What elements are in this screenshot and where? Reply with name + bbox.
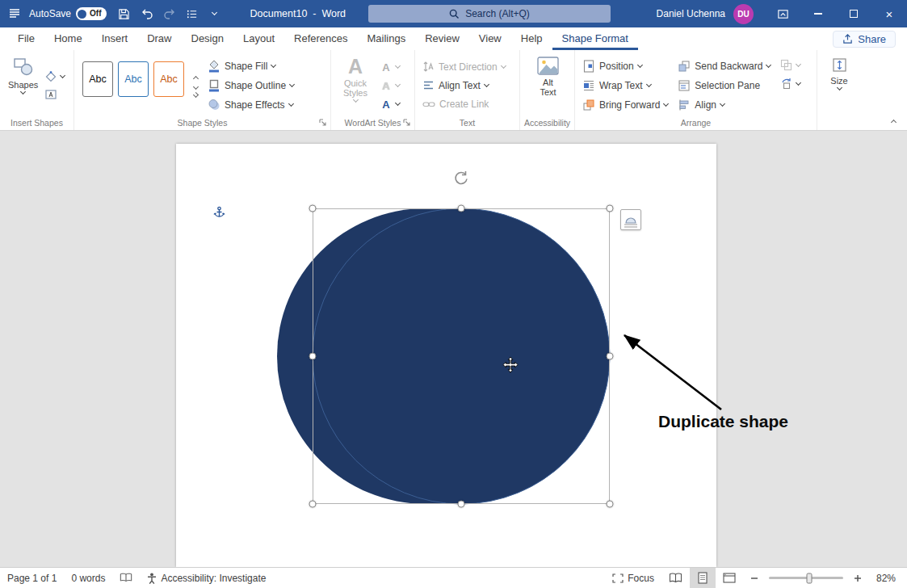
word-count[interactable]: 0 words xyxy=(64,568,112,588)
zoom-in-button[interactable] xyxy=(846,568,869,588)
position-button[interactable]: Position xyxy=(580,58,645,74)
shape-style-thumbnail-2[interactable]: Abc xyxy=(118,61,149,97)
save-button[interactable] xyxy=(113,2,136,26)
group-objects-button[interactable] xyxy=(778,57,803,73)
align-label: Align xyxy=(695,99,716,111)
read-mode-button[interactable] xyxy=(661,568,690,588)
redo-button[interactable] xyxy=(158,2,181,26)
wrap-text-button[interactable]: Wrap Text xyxy=(580,78,653,94)
quick-styles-button[interactable]: A Quick Styles xyxy=(336,55,375,116)
layout-options-button[interactable] xyxy=(620,209,641,230)
text-fill-button[interactable]: A xyxy=(378,60,402,75)
touch-mouse-mode-icon[interactable] xyxy=(181,2,204,26)
tab-design[interactable]: Design xyxy=(182,27,233,50)
edit-shape-button[interactable] xyxy=(43,69,67,84)
chevron-down-icon xyxy=(796,61,801,66)
print-layout-button[interactable] xyxy=(690,568,716,588)
shapes-button[interactable]: Shapes xyxy=(5,55,41,116)
search-box[interactable]: Search (Alt+Q) xyxy=(368,5,611,23)
size-button[interactable]: Size xyxy=(827,55,850,116)
web-layout-button[interactable] xyxy=(716,568,743,588)
annotation-label: Duplicate shape xyxy=(658,412,788,431)
send-backward-icon xyxy=(678,60,691,73)
shape-style-thumbnail-3[interactable]: Abc xyxy=(153,61,184,97)
tab-draw[interactable]: Draw xyxy=(137,27,181,50)
alt-text-label: Alt Text xyxy=(536,78,561,97)
tab-mailings[interactable]: Mailings xyxy=(358,27,416,50)
alt-text-button[interactable]: Alt Text xyxy=(531,55,566,116)
create-link-button[interactable]: Create Link xyxy=(420,96,491,112)
zoom-level[interactable]: 82% xyxy=(869,568,907,588)
text-outline-button[interactable]: A xyxy=(378,78,402,94)
bring-forward-button[interactable]: Bring Forward xyxy=(580,97,670,113)
selection-handle-top-center[interactable] xyxy=(458,205,465,212)
gallery-more-icon[interactable] xyxy=(192,92,198,98)
tab-home[interactable]: Home xyxy=(44,27,92,50)
text-direction-button[interactable]: Text Direction xyxy=(420,59,508,74)
tab-file[interactable]: File xyxy=(8,27,44,50)
tab-references[interactable]: References xyxy=(284,27,357,50)
text-box-button[interactable] xyxy=(43,87,67,102)
chevron-down-icon xyxy=(720,101,725,107)
shape-outline-label: Shape Outline xyxy=(225,80,286,91)
shape-style-thumbnail-1[interactable]: Abc xyxy=(82,61,113,97)
avatar[interactable]: DU xyxy=(733,4,754,24)
zoom-slider[interactable] xyxy=(769,577,843,579)
tab-insert[interactable]: Insert xyxy=(92,27,138,50)
selection-handle-top-right[interactable] xyxy=(607,205,614,212)
page-indicator[interactable]: Page 1 of 1 xyxy=(0,568,64,588)
maximize-button[interactable] xyxy=(836,0,871,27)
word-app-icon[interactable] xyxy=(3,2,26,26)
align-text-button[interactable]: Align Text xyxy=(420,78,491,93)
zoom-slider-thumb[interactable] xyxy=(806,573,812,583)
account-name[interactable]: Daniel Uchenna xyxy=(657,8,725,19)
chevron-down-icon xyxy=(289,82,295,87)
tab-view[interactable]: View xyxy=(469,27,511,50)
align-button[interactable]: Align xyxy=(675,97,727,113)
ribbon-display-options-icon[interactable] xyxy=(765,0,800,27)
minimize-button[interactable] xyxy=(800,0,836,27)
text-effects-button[interactable]: A xyxy=(378,97,402,112)
group-label-arrange: Arrange xyxy=(575,118,817,128)
autosave-toggle[interactable]: AutoSave Off xyxy=(29,7,107,20)
gallery-up-icon[interactable] xyxy=(192,76,198,82)
selection-handle-middle-left[interactable] xyxy=(309,353,317,360)
group-shape-styles: Abc Abc Abc Shape Fill xyxy=(74,50,331,130)
zoom-out-button[interactable] xyxy=(743,568,766,588)
selection-handle-bottom-right[interactable] xyxy=(607,501,614,508)
collapse-ribbon-button[interactable] xyxy=(886,116,901,127)
layout-options-icon xyxy=(623,212,639,228)
group-objects-icon xyxy=(780,59,792,71)
accessibility-status-button[interactable]: Accessibility: Investigate xyxy=(140,568,273,588)
tab-shape-format[interactable]: Shape Format xyxy=(552,27,638,50)
rotate-handle-icon xyxy=(452,170,470,187)
zoom-out-icon xyxy=(750,574,758,582)
group-size: Size xyxy=(817,50,859,130)
proofing-status-button[interactable] xyxy=(112,568,140,588)
share-button[interactable]: Share xyxy=(833,31,896,48)
shape-outline-button[interactable]: Shape Outline xyxy=(205,78,296,94)
gallery-down-icon[interactable] xyxy=(192,84,198,90)
group-insert-shapes: Shapes Insert Shapes xyxy=(0,50,74,130)
selection-handle-bottom-left[interactable] xyxy=(309,501,317,508)
customize-quick-access-chevron-icon[interactable] xyxy=(204,2,226,26)
tab-review[interactable]: Review xyxy=(415,27,469,50)
selection-pane-button[interactable]: Selection Pane xyxy=(675,78,762,94)
shape-fill-button[interactable]: Shape Fill xyxy=(205,58,296,74)
close-button[interactable]: × xyxy=(871,0,907,27)
selection-handle-top-left[interactable] xyxy=(309,205,317,212)
document-canvas[interactable]: Duplicate shape xyxy=(0,131,907,567)
selection-handle-middle-right[interactable] xyxy=(607,353,614,360)
selection-handle-bottom-center[interactable] xyxy=(458,501,465,508)
share-icon xyxy=(842,34,853,44)
tab-layout[interactable]: Layout xyxy=(233,27,284,50)
rotate-objects-button[interactable] xyxy=(778,76,803,91)
focus-mode-button[interactable]: Focus xyxy=(605,568,661,588)
send-backward-button[interactable]: Send Backward xyxy=(675,58,773,74)
create-link-label: Create Link xyxy=(439,99,489,110)
tab-help[interactable]: Help xyxy=(511,27,552,50)
rotation-handle[interactable] xyxy=(452,170,470,187)
document-title: Document10 - Word xyxy=(250,8,346,19)
shape-effects-button[interactable]: Shape Effects xyxy=(205,97,296,113)
undo-button[interactable] xyxy=(136,2,158,26)
